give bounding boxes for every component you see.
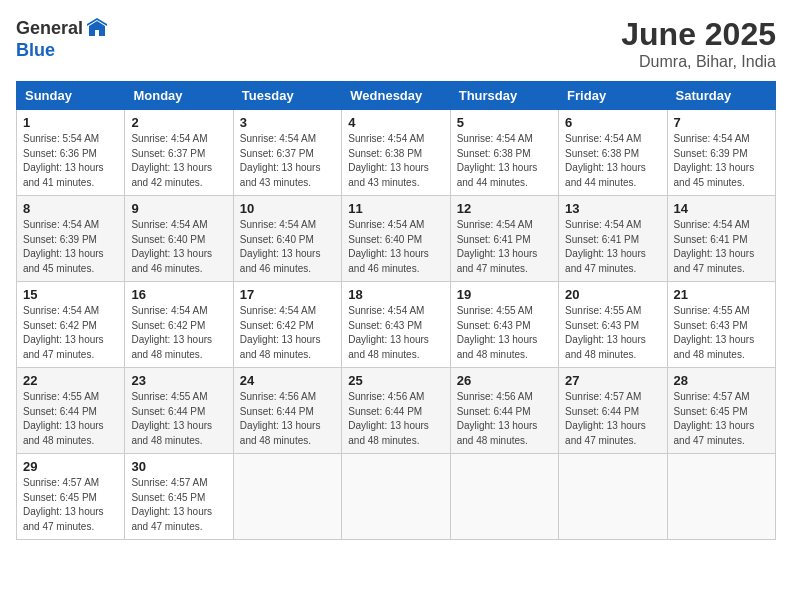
table-row: 20Sunrise: 4:55 AMSunset: 6:43 PMDayligh… [559,282,667,368]
month-title: June 2025 [621,16,776,53]
table-row: 19Sunrise: 4:55 AMSunset: 6:43 PMDayligh… [450,282,558,368]
day-info: Sunrise: 4:54 AMSunset: 6:38 PMDaylight:… [457,132,552,190]
col-saturday: Saturday [667,82,775,110]
day-number: 22 [23,373,118,388]
table-row [342,454,450,540]
day-number: 20 [565,287,660,302]
day-info: Sunrise: 4:57 AMSunset: 6:45 PMDaylight:… [131,476,226,534]
table-row [559,454,667,540]
day-info: Sunrise: 4:54 AMSunset: 6:41 PMDaylight:… [674,218,769,276]
table-row: 22Sunrise: 4:55 AMSunset: 6:44 PMDayligh… [17,368,125,454]
col-monday: Monday [125,82,233,110]
day-info: Sunrise: 4:54 AMSunset: 6:39 PMDaylight:… [23,218,118,276]
table-row: 3Sunrise: 4:54 AMSunset: 6:37 PMDaylight… [233,110,341,196]
day-info: Sunrise: 4:57 AMSunset: 6:45 PMDaylight:… [674,390,769,448]
day-number: 8 [23,201,118,216]
table-row [233,454,341,540]
day-info: Sunrise: 4:54 AMSunset: 6:37 PMDaylight:… [131,132,226,190]
location-title: Dumra, Bihar, India [621,53,776,71]
day-info: Sunrise: 4:54 AMSunset: 6:38 PMDaylight:… [565,132,660,190]
day-info: Sunrise: 4:54 AMSunset: 6:37 PMDaylight:… [240,132,335,190]
table-row [450,454,558,540]
day-number: 17 [240,287,335,302]
day-number: 25 [348,373,443,388]
col-friday: Friday [559,82,667,110]
table-row: 11Sunrise: 4:54 AMSunset: 6:40 PMDayligh… [342,196,450,282]
day-info: Sunrise: 4:54 AMSunset: 6:40 PMDaylight:… [131,218,226,276]
table-row: 25Sunrise: 4:56 AMSunset: 6:44 PMDayligh… [342,368,450,454]
day-info: Sunrise: 5:54 AMSunset: 6:36 PMDaylight:… [23,132,118,190]
day-number: 7 [674,115,769,130]
day-number: 21 [674,287,769,302]
table-row: 18Sunrise: 4:54 AMSunset: 6:43 PMDayligh… [342,282,450,368]
table-row: 2Sunrise: 4:54 AMSunset: 6:37 PMDaylight… [125,110,233,196]
calendar-table: Sunday Monday Tuesday Wednesday Thursday… [16,81,776,540]
table-row: 28Sunrise: 4:57 AMSunset: 6:45 PMDayligh… [667,368,775,454]
col-sunday: Sunday [17,82,125,110]
day-info: Sunrise: 4:55 AMSunset: 6:44 PMDaylight:… [23,390,118,448]
day-info: Sunrise: 4:54 AMSunset: 6:39 PMDaylight:… [674,132,769,190]
day-number: 1 [23,115,118,130]
day-number: 10 [240,201,335,216]
day-number: 26 [457,373,552,388]
table-row: 29Sunrise: 4:57 AMSunset: 6:45 PMDayligh… [17,454,125,540]
table-row: 30Sunrise: 4:57 AMSunset: 6:45 PMDayligh… [125,454,233,540]
day-number: 28 [674,373,769,388]
table-row: 24Sunrise: 4:56 AMSunset: 6:44 PMDayligh… [233,368,341,454]
logo-icon [85,16,109,40]
table-row: 13Sunrise: 4:54 AMSunset: 6:41 PMDayligh… [559,196,667,282]
day-info: Sunrise: 4:54 AMSunset: 6:40 PMDaylight:… [348,218,443,276]
page-header: General Blue June 2025 Dumra, Bihar, Ind… [16,16,776,71]
col-wednesday: Wednesday [342,82,450,110]
day-info: Sunrise: 4:57 AMSunset: 6:44 PMDaylight:… [565,390,660,448]
day-number: 24 [240,373,335,388]
table-row: 27Sunrise: 4:57 AMSunset: 6:44 PMDayligh… [559,368,667,454]
day-info: Sunrise: 4:56 AMSunset: 6:44 PMDaylight:… [240,390,335,448]
day-info: Sunrise: 4:55 AMSunset: 6:43 PMDaylight:… [457,304,552,362]
day-number: 9 [131,201,226,216]
calendar-week-row: 29Sunrise: 4:57 AMSunset: 6:45 PMDayligh… [17,454,776,540]
table-row: 16Sunrise: 4:54 AMSunset: 6:42 PMDayligh… [125,282,233,368]
logo-blue-text: Blue [16,40,55,61]
day-info: Sunrise: 4:54 AMSunset: 6:43 PMDaylight:… [348,304,443,362]
day-number: 27 [565,373,660,388]
table-row: 10Sunrise: 4:54 AMSunset: 6:40 PMDayligh… [233,196,341,282]
day-number: 13 [565,201,660,216]
day-number: 4 [348,115,443,130]
day-info: Sunrise: 4:55 AMSunset: 6:43 PMDaylight:… [565,304,660,362]
day-number: 11 [348,201,443,216]
table-row: 8Sunrise: 4:54 AMSunset: 6:39 PMDaylight… [17,196,125,282]
table-row: 6Sunrise: 4:54 AMSunset: 6:38 PMDaylight… [559,110,667,196]
day-number: 30 [131,459,226,474]
calendar-week-row: 22Sunrise: 4:55 AMSunset: 6:44 PMDayligh… [17,368,776,454]
table-row: 4Sunrise: 4:54 AMSunset: 6:38 PMDaylight… [342,110,450,196]
day-number: 18 [348,287,443,302]
table-row: 23Sunrise: 4:55 AMSunset: 6:44 PMDayligh… [125,368,233,454]
day-number: 16 [131,287,226,302]
day-info: Sunrise: 4:54 AMSunset: 6:42 PMDaylight:… [23,304,118,362]
day-number: 19 [457,287,552,302]
day-info: Sunrise: 4:54 AMSunset: 6:38 PMDaylight:… [348,132,443,190]
day-number: 6 [565,115,660,130]
title-area: June 2025 Dumra, Bihar, India [621,16,776,71]
day-info: Sunrise: 4:56 AMSunset: 6:44 PMDaylight:… [348,390,443,448]
table-row: 21Sunrise: 4:55 AMSunset: 6:43 PMDayligh… [667,282,775,368]
day-info: Sunrise: 4:55 AMSunset: 6:44 PMDaylight:… [131,390,226,448]
logo-general-text: General [16,18,83,39]
table-row: 14Sunrise: 4:54 AMSunset: 6:41 PMDayligh… [667,196,775,282]
day-info: Sunrise: 4:56 AMSunset: 6:44 PMDaylight:… [457,390,552,448]
table-row: 12Sunrise: 4:54 AMSunset: 6:41 PMDayligh… [450,196,558,282]
col-tuesday: Tuesday [233,82,341,110]
table-row: 26Sunrise: 4:56 AMSunset: 6:44 PMDayligh… [450,368,558,454]
table-row: 15Sunrise: 4:54 AMSunset: 6:42 PMDayligh… [17,282,125,368]
day-info: Sunrise: 4:55 AMSunset: 6:43 PMDaylight:… [674,304,769,362]
day-number: 29 [23,459,118,474]
day-number: 14 [674,201,769,216]
day-number: 12 [457,201,552,216]
day-number: 15 [23,287,118,302]
day-info: Sunrise: 4:54 AMSunset: 6:42 PMDaylight:… [240,304,335,362]
day-info: Sunrise: 4:54 AMSunset: 6:41 PMDaylight:… [565,218,660,276]
table-row: 9Sunrise: 4:54 AMSunset: 6:40 PMDaylight… [125,196,233,282]
day-number: 23 [131,373,226,388]
day-info: Sunrise: 4:54 AMSunset: 6:40 PMDaylight:… [240,218,335,276]
